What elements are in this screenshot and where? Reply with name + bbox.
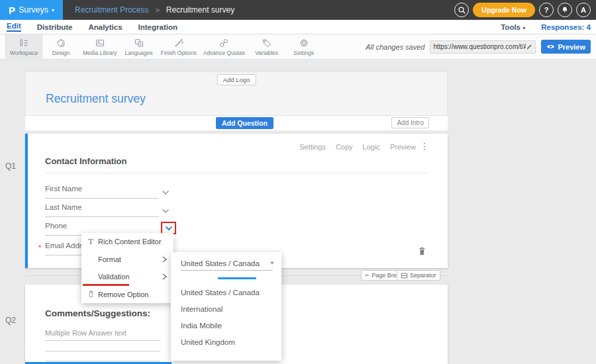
top-navbar: P Surveys ▾ Recruitment Process > Recrui… <box>0 0 596 20</box>
preview-button[interactable]: Preview <box>541 40 591 54</box>
question-preview-button[interactable]: Preview <box>390 143 416 151</box>
editor-toolbar: Workspace Design Media Library <box>0 34 596 60</box>
survey-header-block: Add Logo Recruitment survey <box>25 71 448 116</box>
survey-url-input[interactable] <box>433 43 526 50</box>
field-first-name[interactable]: First Name <box>45 185 159 199</box>
breadcrumb-current: Recruitment survey <box>166 5 234 15</box>
help-button[interactable]: ? <box>539 3 554 17</box>
menu-item-label: Remove Option <box>98 291 148 298</box>
question-divider <box>45 173 429 173</box>
format-select-value[interactable]: United States / Canada <box>181 259 260 267</box>
select-caret-icon[interactable]: ▾ <box>270 259 273 266</box>
survey-url-box[interactable] <box>430 40 536 54</box>
answer-line <box>45 361 160 361</box>
focus-underline <box>218 277 256 279</box>
field-options-chevron-icon[interactable] <box>161 187 170 199</box>
menu-item-validation[interactable]: Validation <box>81 268 174 286</box>
survey-title[interactable]: Recruitment survey <box>46 92 146 106</box>
select-underline <box>181 270 273 271</box>
add-question-row: Add Question Add Intro <box>25 116 448 130</box>
delete-question-trash-icon[interactable] <box>417 246 426 259</box>
multirow-answer-placeholder[interactable]: Multiple Row Answer text <box>45 329 126 337</box>
toolbar-tab-media-library[interactable]: Media Library <box>79 34 121 59</box>
toolbar-tab-design[interactable]: Design <box>42 34 79 59</box>
annotation-red-underline <box>83 284 129 286</box>
add-question-button[interactable]: Add Question <box>216 117 273 129</box>
toolbar-tab-label: Workspace <box>10 50 38 56</box>
toolbar-tabs: Workspace Design Media Library <box>5 34 323 59</box>
text-editor-icon: T <box>85 236 96 247</box>
upgrade-button[interactable]: Upgrade Now <box>473 3 535 17</box>
toolbar-tab-advance-quotas[interactable]: Advance Quotas <box>200 34 248 59</box>
question-copy-button[interactable]: Copy <box>336 143 353 151</box>
chevron-right-icon <box>162 255 168 265</box>
search-icon <box>458 6 466 15</box>
field-options-chevron-icon[interactable] <box>161 206 170 218</box>
format-submenu: United States / Canada ▾ United States /… <box>171 252 281 361</box>
question-title-q1[interactable]: Contact Information <box>45 156 127 166</box>
avatar[interactable]: A <box>576 3 591 17</box>
questionpro-logo-icon: P <box>9 5 15 16</box>
toolbar-tab-settings[interactable]: Settings <box>285 34 323 59</box>
page-break-icon: ✂ <box>365 272 370 279</box>
edit-url-pencil-icon[interactable] <box>526 43 533 50</box>
separator-button[interactable]: Separator <box>397 270 440 281</box>
menu-item-rich-content-editor[interactable]: T Rich Content Editor <box>81 233 174 251</box>
add-intro-button[interactable]: Add Intro <box>391 117 429 128</box>
tab-integration[interactable]: Integration <box>138 23 177 31</box>
product-switcher[interactable]: P Surveys ▾ <box>0 0 63 20</box>
format-option-united-kingdom[interactable]: United Kingdom <box>181 338 235 350</box>
menu-item-remove-option[interactable]: Remove Option <box>81 286 174 304</box>
toolbar-tab-languages[interactable]: A Languages <box>121 34 158 59</box>
toolbar-tab-label: Advance Quotas <box>203 50 245 56</box>
field-context-menu: T Rich Content Editor Format Validation … <box>81 233 174 303</box>
field-last-name[interactable]: Last Name <box>45 203 159 217</box>
navbar-actions: Upgrade Now ? A <box>454 3 591 17</box>
breadcrumb-parent[interactable]: Recruitment Process <box>75 5 148 15</box>
tab-distribute[interactable]: Distribute <box>37 23 73 31</box>
toolbar-tab-workspace[interactable]: Workspace <box>5 34 42 59</box>
caret-down-icon: ▾ <box>522 25 525 31</box>
format-option-us-canada[interactable]: United States / Canada <box>181 289 260 300</box>
bell-icon <box>561 6 569 14</box>
format-option-india-mobile[interactable]: India Mobile <box>181 322 222 334</box>
media-library-icon <box>95 38 105 48</box>
question-title-q2[interactable]: Comments/Suggestions: <box>45 308 150 318</box>
settings-gear-icon <box>299 38 309 48</box>
tools-label: Tools <box>501 23 521 31</box>
format-option-international[interactable]: International <box>181 305 223 317</box>
breadcrumb-separator: > <box>155 6 159 14</box>
answer-line <box>45 351 160 351</box>
menu-item-label: Rich Content Editor <box>98 238 161 246</box>
toolbar-tab-variables[interactable]: Variables <box>248 34 285 59</box>
add-logo-button[interactable]: Add Logo <box>217 74 256 85</box>
tab-edit[interactable]: Edit <box>7 22 21 32</box>
workspace-icon <box>19 38 29 48</box>
menu-item-label: Format <box>98 255 121 263</box>
question-settings-button[interactable]: Settings <box>299 143 326 151</box>
search-button[interactable] <box>454 3 469 17</box>
toolbar-tab-finish-options[interactable]: Finish Options <box>158 34 200 59</box>
tab-analytics[interactable]: Analytics <box>88 23 122 31</box>
toolbar-tab-label: Media Library <box>83 50 117 56</box>
design-palette-icon <box>56 38 66 48</box>
product-label: Surveys <box>19 5 48 15</box>
toolbar-tab-label: Finish Options <box>161 50 197 56</box>
field-options-chevron-icon[interactable] <box>164 224 174 232</box>
languages-icon: A <box>134 38 144 48</box>
question-logic-button[interactable]: Logic <box>363 143 380 151</box>
tools-menu[interactable]: Tools ▾ <box>501 23 525 31</box>
question-number-q1: Q1 <box>5 161 16 171</box>
toolbar-tab-label: Variables <box>255 50 278 56</box>
toolbar-tab-label: Languages <box>124 50 152 56</box>
menu-item-label: Validation <box>98 273 130 281</box>
question-actions: Settings Copy Logic Preview <box>299 143 416 151</box>
survey-subnav: Edit Distribute Analytics Integration To… <box>0 20 596 34</box>
menu-item-format[interactable]: Format <box>81 251 174 269</box>
responses-link[interactable]: Responses: 4 <box>541 23 591 31</box>
trash-icon <box>85 290 96 299</box>
chevron-right-icon <box>162 273 168 282</box>
more-menu-icon[interactable]: ⋮ <box>420 141 429 152</box>
notifications-button[interactable] <box>558 3 572 17</box>
variables-tag-icon <box>262 38 272 48</box>
